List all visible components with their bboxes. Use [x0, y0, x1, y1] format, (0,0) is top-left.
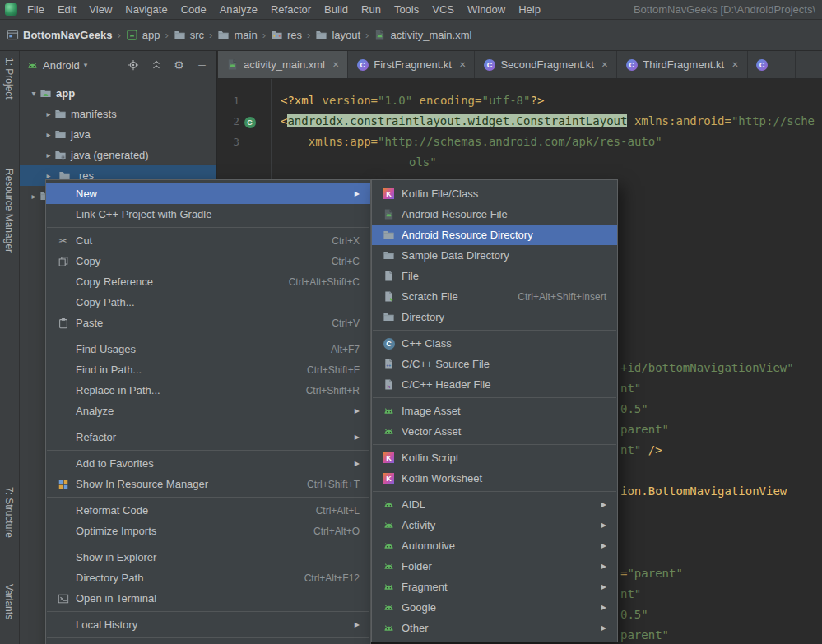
chevron-down-icon[interactable]: ▾: [28, 89, 39, 98]
menu-item-paste[interactable]: PasteCtrl+V: [46, 313, 370, 333]
menu-help[interactable]: Help: [512, 1, 547, 18]
class-c-icon[interactable]: C: [244, 117, 256, 129]
menu-item-sample-data-directory[interactable]: Sample Data Directory: [372, 245, 617, 266]
menu-item-android-resource-directory[interactable]: Android Resource Directory: [372, 225, 617, 245]
collapse-icon[interactable]: [150, 59, 162, 72]
menu-item-open-in-terminal[interactable]: Open in Terminal: [46, 588, 370, 609]
menu-item-scratch-file[interactable]: Scratch FileCtrl+Alt+Shift+Insert: [372, 286, 617, 307]
breadcrumb-res[interactable]: res: [271, 29, 302, 41]
menu-item-local-history[interactable]: Local History▶: [46, 614, 370, 635]
menu-item-analyze[interactable]: Analyze▶: [46, 401, 370, 421]
menu-item-add-to-favorites[interactable]: Add to Favorites▶: [46, 453, 370, 474]
menu-item-label: New: [76, 188, 97, 200]
menu-tools[interactable]: Tools: [388, 1, 425, 18]
menu-item-reformat-code[interactable]: Reformat CodeCtrl+Alt+L: [46, 500, 370, 521]
tab-partial[interactable]: C: [748, 51, 796, 78]
menu-refactor[interactable]: Refactor: [264, 1, 318, 18]
menu-item-directory-path[interactable]: Directory PathCtrl+Alt+F12: [46, 568, 370, 588]
menu-item-link-c-project-with-gradle[interactable]: Link C++ Project with Gradle: [46, 204, 370, 225]
menu-item-copy-reference[interactable]: Copy ReferenceCtrl+Alt+Shift+C: [46, 271, 370, 292]
breadcrumb-bottomnavgeeks[interactable]: BottomNavGeeks: [7, 29, 112, 41]
menu-item-cut[interactable]: ✂CutCtrl+X: [46, 230, 370, 251]
code-segment: <?xml: [281, 94, 323, 107]
menu-item-android-resource-file[interactable]: Android Resource File: [372, 204, 617, 225]
menu-item-partial[interactable]: [46, 641, 370, 644]
breadcrumb-layout[interactable]: layout: [315, 29, 360, 41]
menu-item-optimize-imports[interactable]: Optimize ImportsCtrl+Alt+O: [46, 521, 370, 541]
breadcrumb-label: BottomNavGeeks: [23, 29, 112, 41]
breadcrumb-app[interactable]: app: [126, 29, 160, 41]
menu-navigate[interactable]: Navigate: [118, 1, 174, 18]
menu-analyze[interactable]: Analyze: [213, 1, 264, 18]
menu-item-kotlin-script[interactable]: KKotlin Script: [372, 447, 617, 468]
tree-item-manifests[interactable]: ▸manifests: [20, 104, 216, 124]
chevron-right-icon[interactable]: ▸: [28, 192, 39, 201]
tree-item-label: manifests: [71, 108, 117, 120]
menu-item-vector-asset[interactable]: Vector Asset: [372, 421, 617, 442]
stripe-resource-manager[interactable]: Resource Manager: [3, 169, 15, 253]
menu-item-show-in-explorer[interactable]: Show in Explorer: [46, 547, 370, 568]
locate-icon[interactable]: [127, 59, 139, 72]
menu-vcs[interactable]: VCS: [425, 1, 461, 18]
breadcrumb-main[interactable]: main: [217, 29, 257, 41]
breadcrumb-activity-main-xml[interactable]: activity_main.xml: [374, 29, 471, 41]
menu-item-automotive[interactable]: Automotive▶: [372, 535, 617, 556]
tab-firstfragment-kt[interactable]: CFirstFragment.kt✕: [348, 51, 475, 78]
menu-item-fragment[interactable]: Fragment▶: [372, 577, 617, 597]
menu-build[interactable]: Build: [318, 1, 355, 18]
chevron-right-icon[interactable]: ▸: [43, 151, 54, 160]
menu-item-new[interactable]: New▶: [46, 183, 370, 204]
close-icon[interactable]: ✕: [332, 60, 339, 69]
breadcrumb-src[interactable]: src: [174, 29, 204, 41]
menu-item-c-c-header-file[interactable]: hC/C++ Header File: [372, 374, 617, 395]
stripe-7-structure[interactable]: 7: Structure: [3, 487, 15, 538]
stripe-1-project[interactable]: 1: Project: [3, 58, 15, 100]
gear-icon[interactable]: ⚙: [173, 59, 185, 72]
menu-shortcut: Ctrl+Alt+O: [313, 526, 360, 537]
hide-icon[interactable]: ─: [196, 59, 208, 72]
stripe-variants[interactable]: Variants: [3, 584, 15, 619]
menu-item-c-class[interactable]: CC++ Class: [372, 333, 617, 354]
close-icon[interactable]: ✕: [459, 60, 466, 69]
menu-item-other[interactable]: Other▶: [372, 618, 617, 638]
menu-item-copy[interactable]: CopyCtrl+C: [46, 251, 370, 271]
cpp-class-icon: C: [383, 337, 395, 350]
code-fragment: nt": [620, 378, 641, 399]
project-view-selector[interactable]: Android ▾: [26, 59, 87, 72]
menu-item-image-asset[interactable]: Image Asset: [372, 401, 617, 421]
menu-item-show-in-resource-manager[interactable]: Show In Resource ManagerCtrl+Shift+T: [46, 474, 370, 494]
menu-item-find-in-path[interactable]: Find in Path...Ctrl+Shift+F: [46, 359, 370, 380]
tab-thirdfragment-kt[interactable]: CThirdFragment.kt✕: [617, 51, 747, 78]
tab-secondfragment-kt[interactable]: CSecondFragment.kt✕: [475, 51, 617, 78]
menu-item-kotlin-file-class[interactable]: KKotlin File/Class: [372, 183, 617, 204]
tab-activity-main-xml[interactable]: activity_main.xml✕: [218, 51, 348, 78]
tree-item-java[interactable]: ▸java: [20, 124, 216, 145]
menu-item-directory[interactable]: Directory: [372, 307, 617, 327]
menu-file[interactable]: File: [21, 1, 51, 18]
tree-item-app[interactable]: ▾app: [20, 83, 216, 104]
menu-item-file[interactable]: File: [372, 266, 617, 286]
menu-edit[interactable]: Edit: [51, 1, 82, 18]
paste-icon: [57, 317, 69, 329]
menu-item-google[interactable]: Google▶: [372, 597, 617, 618]
chevron-right-icon[interactable]: ▸: [43, 130, 54, 139]
chevron-right-icon[interactable]: ▸: [43, 109, 54, 118]
menu-item-aidl[interactable]: AIDL▶: [372, 494, 617, 515]
menu-item-folder[interactable]: Folder▶: [372, 556, 617, 577]
menu-window[interactable]: Window: [461, 1, 512, 18]
menu-item-kotlin-worksheet[interactable]: KKotlin Worksheet: [372, 468, 617, 489]
menu-code[interactable]: Code: [174, 1, 213, 18]
menu-item-refactor[interactable]: Refactor▶: [46, 427, 370, 447]
close-icon[interactable]: ✕: [601, 60, 608, 69]
menu-item-label: File: [402, 270, 419, 282]
menu-item-activity[interactable]: Activity▶: [372, 515, 617, 535]
menu-view[interactable]: View: [82, 1, 118, 18]
menu-item-copy-path[interactable]: Copy Path...: [46, 292, 370, 313]
menu-item-c-c-source-file[interactable]: ++C/C++ Source File: [372, 354, 617, 374]
menu-item-replace-in-path[interactable]: Replace in Path...Ctrl+Shift+R: [46, 380, 370, 401]
close-icon[interactable]: ✕: [731, 60, 738, 69]
code-segment: "1.0": [378, 94, 412, 107]
menu-run[interactable]: Run: [355, 1, 388, 18]
tree-item-java-generated[interactable]: ▸java (generated): [20, 145, 216, 165]
menu-item-find-usages[interactable]: Find UsagesAlt+F7: [46, 339, 370, 359]
